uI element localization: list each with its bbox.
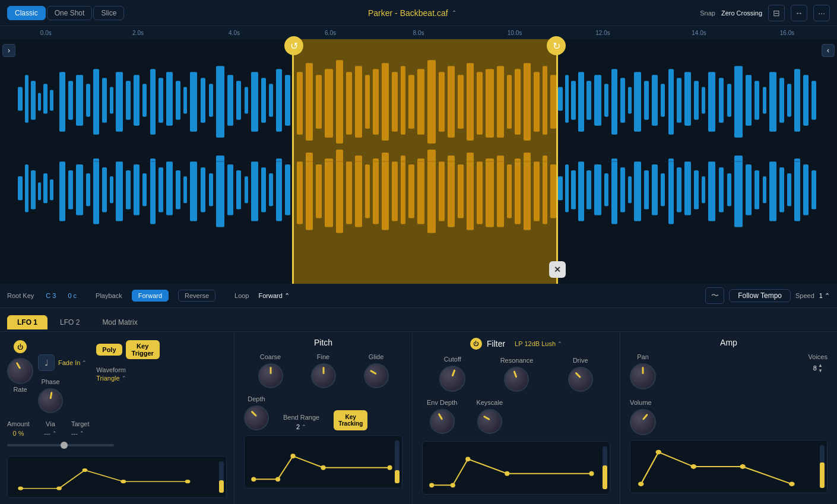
env-depth-knob[interactable] bbox=[430, 409, 455, 434]
nav-right-button[interactable]: ‹ bbox=[822, 44, 835, 57]
svg-rect-12 bbox=[102, 78, 107, 122]
root-key-value[interactable]: C 3 bbox=[46, 292, 56, 299]
svg-point-213 bbox=[789, 481, 794, 486]
via-dropdown[interactable]: --- ⌃ bbox=[44, 430, 57, 437]
note-icon-button[interactable]: ♩ bbox=[38, 354, 55, 371]
nav-right: ‹ bbox=[819, 39, 837, 284]
lfo-power-button[interactable]: ⏻ bbox=[14, 340, 27, 353]
depth-label: Depth bbox=[248, 395, 265, 402]
loop-value[interactable]: Forward ⌃ bbox=[259, 292, 290, 300]
fade-dropdown[interactable]: Fade In ⌃ bbox=[58, 359, 87, 366]
svg-rect-51 bbox=[684, 72, 691, 125]
svg-rect-6 bbox=[50, 90, 53, 110]
cutoff-knob[interactable] bbox=[439, 366, 465, 392]
mode-slice[interactable]: Slice bbox=[93, 6, 124, 20]
reverse-playback-btn[interactable]: Reverse bbox=[178, 290, 215, 302]
amount-value: 0 % bbox=[7, 430, 30, 437]
rate-knob[interactable] bbox=[7, 358, 33, 384]
follow-tempo-button[interactable]: Follow Tempo bbox=[729, 289, 791, 302]
svg-rect-47 bbox=[652, 75, 658, 125]
pan-label: Pan bbox=[637, 353, 649, 360]
lfo-env-bar[interactable] bbox=[219, 461, 224, 493]
loop-start-handle[interactable]: ↺ bbox=[284, 36, 303, 55]
svg-point-209 bbox=[638, 481, 643, 486]
phase-knob[interactable] bbox=[38, 388, 63, 413]
cutoff-knob-group: Cutoff bbox=[439, 356, 465, 392]
svg-rect-154 bbox=[763, 176, 766, 203]
filter-title: Filter bbox=[487, 339, 505, 348]
drive-knob[interactable] bbox=[568, 367, 593, 392]
target-group: Target --- ⌃ bbox=[71, 420, 90, 437]
amount-group: Amount 0 % bbox=[7, 420, 30, 437]
svg-rect-11 bbox=[93, 69, 99, 135]
voices-stepper[interactable]: ▲ ▼ bbox=[818, 363, 823, 373]
depth-knob[interactable] bbox=[244, 405, 269, 430]
root-tune-value[interactable]: 0 c bbox=[68, 292, 77, 299]
pitch-envelope-graph[interactable] bbox=[244, 435, 402, 489]
filter-type-chevron-icon: ⌃ bbox=[557, 341, 562, 347]
tab-lfo2[interactable]: LFO 2 bbox=[50, 315, 90, 329]
snap-value[interactable]: Zero Crossing bbox=[721, 9, 762, 17]
target-value: --- bbox=[71, 430, 78, 437]
waveform-dropdown[interactable]: Triangle ⌃ bbox=[96, 375, 160, 382]
amp-envelope-graph[interactable] bbox=[630, 440, 828, 493]
tab-lfo1[interactable]: LFO 1 bbox=[7, 315, 47, 329]
title-chevron-icon[interactable]: ⌃ bbox=[452, 9, 456, 16]
filter-power-button[interactable]: ⏻ bbox=[470, 338, 482, 350]
loop-region[interactable]: ↺ ↻ ✕ bbox=[292, 39, 558, 284]
svg-rect-66 bbox=[811, 81, 816, 119]
mode-oneshot[interactable]: One Shot bbox=[47, 6, 93, 20]
filter-env-bar[interactable] bbox=[603, 446, 607, 489]
svg-rect-63 bbox=[787, 84, 791, 116]
svg-rect-62 bbox=[779, 78, 784, 122]
filter-envelope-graph[interactable] bbox=[422, 441, 610, 495]
volume-knob[interactable] bbox=[630, 409, 656, 435]
coarse-knob[interactable] bbox=[258, 363, 283, 388]
mode-classic[interactable]: Classic bbox=[7, 6, 46, 20]
poly-button[interactable]: Poly bbox=[96, 344, 122, 356]
svg-rect-9 bbox=[76, 75, 83, 125]
svg-rect-109 bbox=[126, 170, 131, 209]
keyscale-knob[interactable] bbox=[477, 409, 502, 434]
forward-playback-btn[interactable]: Forward bbox=[132, 290, 169, 302]
svg-rect-196 bbox=[245, 436, 402, 488]
zoom-fit-icon[interactable]: ↔ bbox=[791, 5, 807, 21]
svg-rect-107 bbox=[110, 176, 113, 203]
target-chevron-icon: ⌃ bbox=[80, 430, 84, 436]
fine-knob[interactable] bbox=[311, 363, 336, 388]
svg-rect-150 bbox=[727, 173, 731, 206]
bend-range-dropdown[interactable]: 2 ⌃ bbox=[296, 423, 306, 430]
lfo-envelope-graph[interactable] bbox=[7, 456, 227, 498]
waveform-mode-icon[interactable]: 〜 bbox=[705, 287, 724, 304]
target-dropdown[interactable]: --- ⌃ bbox=[71, 430, 90, 437]
pitch-env-bar[interactable] bbox=[395, 440, 400, 483]
resonance-knob[interactable] bbox=[504, 367, 529, 392]
file-title: Parker - Backbeat.caf bbox=[368, 8, 448, 18]
amount-slider[interactable] bbox=[7, 444, 114, 446]
svg-rect-129 bbox=[558, 176, 563, 200]
tab-mod-matrix[interactable]: Mod Matrix bbox=[92, 315, 147, 329]
amp-env-bar[interactable] bbox=[820, 445, 825, 488]
waveform-value: Triangle bbox=[96, 375, 119, 382]
svg-rect-35 bbox=[558, 87, 563, 110]
glide-knob[interactable] bbox=[364, 363, 389, 388]
key-tracking-button[interactable]: KeyTracking bbox=[334, 410, 367, 430]
svg-point-203 bbox=[429, 483, 434, 487]
key-trigger-button[interactable]: KeyTrigger bbox=[126, 340, 160, 359]
loop-close-button[interactable]: ✕ bbox=[549, 261, 566, 278]
svg-rect-149 bbox=[719, 167, 724, 212]
svg-rect-3 bbox=[31, 81, 36, 119]
svg-rect-157 bbox=[787, 173, 791, 206]
nav-left-button[interactable]: › bbox=[2, 44, 15, 57]
more-options-icon[interactable]: ··· bbox=[813, 5, 830, 21]
tmarker-0: 0.0s bbox=[40, 30, 52, 36]
keyscale-label: Keyscale bbox=[476, 399, 503, 406]
coarse-label: Coarse bbox=[260, 353, 281, 360]
fit-width-icon[interactable]: ⊟ bbox=[768, 5, 785, 21]
pan-knob[interactable] bbox=[630, 363, 656, 389]
loop-end-handle[interactable]: ↻ bbox=[547, 36, 566, 55]
speed-value[interactable]: 1 ⌃ bbox=[819, 292, 830, 300]
svg-rect-30 bbox=[251, 72, 258, 131]
filter-type-dropdown[interactable]: LP 12dB Lush ⌃ bbox=[515, 340, 562, 347]
svg-rect-37 bbox=[571, 81, 576, 119]
